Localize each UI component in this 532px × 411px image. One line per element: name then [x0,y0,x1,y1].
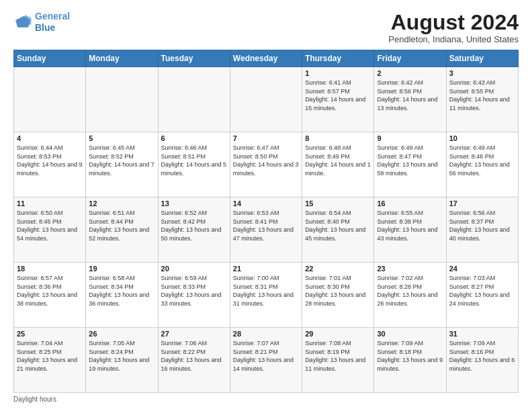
calendar-cell: 20Sunrise: 6:59 AMSunset: 8:33 PMDayligh… [158,263,230,328]
day-number: 29 [305,330,371,338]
calendar-cell: 10Sunrise: 6:49 AMSunset: 8:46 PMDayligh… [446,132,518,197]
title-block: August 2024 Pendleton, Indiana, United S… [388,11,519,44]
day-number: 16 [377,199,443,208]
day-number: 9 [377,134,443,142]
col-monday: Monday [86,50,158,67]
col-thursday: Thursday [302,50,374,67]
calendar-cell: 13Sunrise: 6:52 AMSunset: 8:42 PMDayligh… [158,197,230,263]
calendar-cell: 23Sunrise: 7:02 AMSunset: 8:28 PMDayligh… [374,263,446,328]
calendar-cell: 9Sunrise: 6:49 AMSunset: 8:47 PMDaylight… [374,132,446,197]
subtitle: Pendleton, Indiana, United States [388,34,519,44]
calendar-cell [158,67,230,132]
day-info: Sunrise: 6:48 AMSunset: 8:49 PMDaylight:… [305,144,371,177]
logo-text: General Blue [35,11,70,34]
day-info: Sunrise: 7:08 AMSunset: 8:19 PMDaylight:… [305,339,371,373]
day-info: Sunrise: 7:03 AMSunset: 8:27 PMDaylight:… [449,274,515,308]
header-row: Sunday Monday Tuesday Wednesday Thursday… [14,50,519,67]
day-number: 31 [449,330,515,338]
calendar-cell: 7Sunrise: 6:47 AMSunset: 8:50 PMDaylight… [230,132,302,197]
day-number: 2 [377,69,443,77]
day-info: Sunrise: 6:41 AMSunset: 8:57 PMDaylight:… [305,79,371,112]
day-info: Sunrise: 7:09 AMSunset: 8:16 PMDaylight:… [449,339,515,373]
col-sunday: Sunday [14,50,86,67]
day-info: Sunrise: 6:49 AMSunset: 8:46 PMDaylight:… [449,144,515,177]
day-info: Sunrise: 6:50 AMSunset: 8:45 PMDaylight:… [17,209,83,242]
day-number: 7 [233,134,299,142]
day-number: 12 [89,199,154,208]
calendar-cell [230,67,302,132]
day-number: 17 [449,199,515,208]
col-tuesday: Tuesday [158,50,230,67]
calendar-cell: 12Sunrise: 6:51 AMSunset: 8:44 PMDayligh… [86,197,158,263]
calendar-row-4: 25Sunrise: 7:04 AMSunset: 8:25 PMDayligh… [14,328,519,393]
calendar-cell: 22Sunrise: 7:01 AMSunset: 8:30 PMDayligh… [302,263,374,328]
day-info: Sunrise: 6:58 AMSunset: 8:34 PMDaylight:… [89,274,154,308]
main-title: August 2024 [388,11,519,34]
day-info: Sunrise: 7:05 AMSunset: 8:24 PMDaylight:… [89,339,154,373]
header: General Blue August 2024 Pendleton, Indi… [13,11,519,44]
calendar-cell: 17Sunrise: 6:56 AMSunset: 8:37 PMDayligh… [446,197,518,263]
day-number: 6 [161,134,227,142]
calendar-cell: 21Sunrise: 7:00 AMSunset: 8:31 PMDayligh… [230,263,302,328]
calendar-page: General Blue August 2024 Pendleton, Indi… [0,0,532,411]
calendar-cell: 4Sunrise: 6:44 AMSunset: 8:53 PMDaylight… [14,132,86,197]
day-info: Sunrise: 7:01 AMSunset: 8:30 PMDaylight:… [305,274,371,308]
day-number: 15 [305,199,371,208]
calendar-cell: 28Sunrise: 7:07 AMSunset: 8:21 PMDayligh… [230,328,302,393]
day-info: Sunrise: 7:04 AMSunset: 8:25 PMDaylight:… [17,339,83,373]
day-number: 19 [89,265,154,273]
calendar-cell: 14Sunrise: 6:53 AMSunset: 8:41 PMDayligh… [230,197,302,263]
day-info: Sunrise: 6:49 AMSunset: 8:47 PMDaylight:… [377,144,443,177]
day-number: 30 [377,330,443,338]
day-number: 5 [89,134,154,142]
day-number: 24 [449,265,515,273]
footer-note: Daylight hours [13,396,519,403]
day-number: 3 [449,69,515,77]
calendar-row-3: 18Sunrise: 6:57 AMSunset: 8:36 PMDayligh… [14,263,519,328]
calendar-cell: 27Sunrise: 7:06 AMSunset: 8:22 PMDayligh… [158,328,230,393]
col-wednesday: Wednesday [230,50,302,67]
logo-line1: General [35,11,70,21]
calendar-row-2: 11Sunrise: 6:50 AMSunset: 8:45 PMDayligh… [14,197,519,263]
calendar-row-0: 1Sunrise: 6:41 AMSunset: 8:57 PMDaylight… [14,67,519,132]
day-number: 8 [305,134,371,142]
calendar-cell: 11Sunrise: 6:50 AMSunset: 8:45 PMDayligh… [14,197,86,263]
calendar-cell [14,67,86,132]
calendar-cell: 2Sunrise: 6:42 AMSunset: 8:56 PMDaylight… [374,67,446,132]
calendar-row-1: 4Sunrise: 6:44 AMSunset: 8:53 PMDaylight… [14,132,519,197]
calendar-cell: 29Sunrise: 7:08 AMSunset: 8:19 PMDayligh… [302,328,374,393]
day-info: Sunrise: 6:55 AMSunset: 8:38 PMDaylight:… [377,209,443,242]
calendar-cell: 18Sunrise: 6:57 AMSunset: 8:36 PMDayligh… [14,263,86,328]
day-info: Sunrise: 6:57 AMSunset: 8:36 PMDaylight:… [17,274,83,308]
day-info: Sunrise: 7:07 AMSunset: 8:21 PMDaylight:… [233,339,299,373]
day-number: 18 [17,265,83,273]
day-number: 23 [377,265,443,273]
day-info: Sunrise: 6:46 AMSunset: 8:51 PMDaylight:… [161,144,227,177]
calendar-cell: 8Sunrise: 6:48 AMSunset: 8:49 PMDaylight… [302,132,374,197]
day-info: Sunrise: 6:59 AMSunset: 8:33 PMDaylight:… [161,274,227,308]
day-number: 21 [233,265,299,273]
day-info: Sunrise: 6:54 AMSunset: 8:40 PMDaylight:… [305,209,371,242]
day-number: 1 [305,69,371,77]
calendar-cell: 26Sunrise: 7:05 AMSunset: 8:24 PMDayligh… [86,328,158,393]
day-number: 4 [17,134,83,142]
calendar-cell [86,67,158,132]
calendar-cell: 25Sunrise: 7:04 AMSunset: 8:25 PMDayligh… [14,328,86,393]
day-number: 22 [305,265,371,273]
day-info: Sunrise: 7:00 AMSunset: 8:31 PMDaylight:… [233,274,299,308]
day-info: Sunrise: 7:02 AMSunset: 8:28 PMDaylight:… [377,274,443,308]
day-info: Sunrise: 6:45 AMSunset: 8:52 PMDaylight:… [89,144,154,177]
day-info: Sunrise: 6:53 AMSunset: 8:41 PMDaylight:… [233,209,299,242]
calendar-cell: 19Sunrise: 6:58 AMSunset: 8:34 PMDayligh… [86,263,158,328]
calendar-cell: 24Sunrise: 7:03 AMSunset: 8:27 PMDayligh… [446,263,518,328]
day-number: 26 [89,330,154,338]
calendar-cell: 31Sunrise: 7:09 AMSunset: 8:16 PMDayligh… [446,328,518,393]
day-info: Sunrise: 6:42 AMSunset: 8:56 PMDaylight:… [377,79,443,112]
day-number: 14 [233,199,299,208]
day-number: 27 [161,330,227,338]
day-number: 28 [233,330,299,338]
logo: General Blue [13,11,70,34]
day-info: Sunrise: 7:06 AMSunset: 8:22 PMDaylight:… [161,339,227,373]
col-friday: Friday [374,50,446,67]
calendar-cell: 30Sunrise: 7:09 AMSunset: 8:18 PMDayligh… [374,328,446,393]
